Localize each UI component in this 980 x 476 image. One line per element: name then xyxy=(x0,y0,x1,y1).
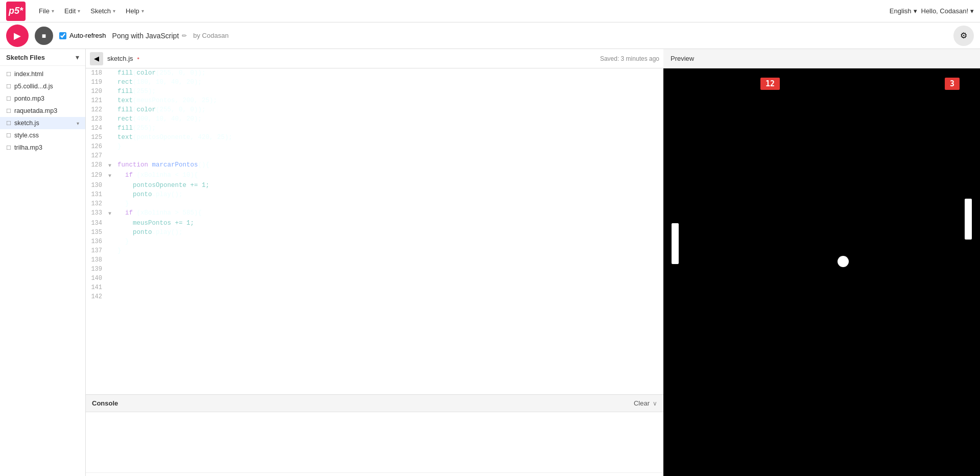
code-line: 139 xyxy=(86,265,663,274)
console-title: Console xyxy=(92,399,118,407)
code-line: 142 xyxy=(86,292,663,301)
nav-file[interactable]: File ▾ xyxy=(34,0,59,22)
top-right: English ▾ Hello, Codasan! ▾ xyxy=(890,7,974,15)
sidebar: Sketch Files ▾ ☐ index.html ☐ p5.collid.… xyxy=(0,49,86,476)
help-arrow-icon: ▾ xyxy=(141,8,144,14)
user-arrow-icon: ▾ xyxy=(970,7,974,15)
preview-header: Preview xyxy=(663,49,980,68)
file-item-style-css[interactable]: ☐ style.css xyxy=(0,129,85,141)
pong-paddle-left xyxy=(672,223,679,264)
code-line: 124 fill(255); xyxy=(86,124,663,133)
settings-button[interactable]: ⚙ xyxy=(953,26,974,46)
code-line: 138 xyxy=(86,255,663,265)
file-item-p5-collidd-js[interactable]: ☐ p5.collid...d.js xyxy=(0,80,85,92)
code-line: 133 ▼ if (xBolinha > 585){ xyxy=(86,208,663,219)
code-line: 121 text(meusPontos, 200, 25); xyxy=(86,96,663,105)
nav-menu: File ▾ Edit ▾ Sketch ▾ Help ▾ xyxy=(34,0,149,22)
pong-score-left: 12 xyxy=(760,78,780,90)
code-line: 119 rect(180, 10, 40, 20); xyxy=(86,78,663,87)
code-line: 131 ponto.play(); xyxy=(86,190,663,199)
file-item-index-html[interactable]: ☐ index.html xyxy=(0,68,85,80)
language-button[interactable]: English ▾ xyxy=(890,7,917,15)
preview-canvas: 12 3 xyxy=(663,68,980,476)
code-line: 132 } xyxy=(86,199,663,208)
back-button[interactable]: ◀ xyxy=(90,52,103,65)
console-body xyxy=(86,412,663,472)
user-button[interactable]: Hello, Codasan! ▾ xyxy=(921,7,974,15)
file-item-sketch-js[interactable]: ☐ sketch.js ▾ xyxy=(0,117,85,129)
file-item-trilha-mp3[interactable]: ☐ trilha.mp3 xyxy=(0,141,85,154)
pong-score-right: 3 xyxy=(945,78,960,90)
file-item-ponto-mp3[interactable]: ☐ ponto.mp3 xyxy=(0,92,85,105)
file-icon: ☐ xyxy=(6,108,11,114)
file-item-raquetada-mp3[interactable]: ☐ raquetada.mp3 xyxy=(0,105,85,117)
code-line: 128 ▼ function marcarPontos(){ xyxy=(86,160,663,171)
main-layout: Sketch Files ▾ ☐ index.html ☐ p5.collid.… xyxy=(0,49,980,476)
file-options-icon[interactable]: ▾ xyxy=(77,121,79,126)
sidebar-toggle-button[interactable]: ▾ xyxy=(76,53,79,61)
file-icon: ☐ xyxy=(6,83,11,90)
saved-status: Saved: 3 minutes ago xyxy=(600,55,659,62)
preview-area: Preview 12 3 xyxy=(663,49,980,476)
edit-title-icon[interactable]: ✏ xyxy=(182,32,187,39)
code-editor[interactable]: 118 fill(color(255, 0, 0)); 119 rect(180… xyxy=(86,68,663,394)
console-area: Console Clear ∨ › xyxy=(86,394,663,476)
code-line: 140 xyxy=(86,274,663,283)
sketch-arrow-icon: ▾ xyxy=(113,8,115,14)
auto-refresh-checkbox[interactable] xyxy=(59,32,66,39)
code-line: 118 fill(color(255, 0, 0)); xyxy=(86,68,663,78)
console-actions: Clear ∨ xyxy=(634,399,657,407)
nav-sketch[interactable]: Sketch ▾ xyxy=(85,0,121,22)
nav-help[interactable]: Help ▾ xyxy=(121,0,149,22)
author-label: by Codasan xyxy=(193,32,228,39)
file-icon: ☐ xyxy=(6,71,11,78)
file-arrow-icon: ▾ xyxy=(52,8,54,14)
code-line: 126 } xyxy=(86,142,663,151)
file-icon: ☐ xyxy=(6,96,11,102)
stop-button[interactable]: ■ xyxy=(35,27,53,45)
language-arrow-icon: ▾ xyxy=(914,7,917,15)
file-icon: ☐ xyxy=(6,132,11,139)
p5-logo[interactable]: p5* xyxy=(6,2,26,21)
editor-area: ◀ sketch.js • Saved: 3 minutes ago 118 f… xyxy=(86,49,663,476)
pong-paddle-right xyxy=(965,199,972,240)
code-line: 130 pontosOponente += 1; xyxy=(86,181,663,190)
tab-filename: sketch.js xyxy=(107,55,133,62)
code-line: 137 } xyxy=(86,246,663,255)
console-header: Console Clear ∨ xyxy=(86,395,663,412)
file-list: ☐ index.html ☐ p5.collid...d.js ☐ ponto.… xyxy=(0,66,85,156)
edit-arrow-icon: ▾ xyxy=(78,8,80,14)
code-line: 135 ponto.play(); xyxy=(86,228,663,237)
code-line: 129 ▼ if (xBolinha < 10){ xyxy=(86,171,663,181)
code-scroll[interactable]: 118 fill(color(255, 0, 0)); 119 rect(180… xyxy=(86,68,663,394)
topbar: p5* File ▾ Edit ▾ Sketch ▾ Help ▾ Englis… xyxy=(0,0,980,22)
console-footer: › xyxy=(86,472,663,476)
pong-ball xyxy=(838,256,849,267)
sketch-title: Pong with JavaScript ✏ xyxy=(112,32,187,40)
file-icon: ☐ xyxy=(6,120,11,127)
code-line: 141 xyxy=(86,283,663,292)
toolbar: ▶ ■ Auto-refresh Pong with JavaScript ✏ … xyxy=(0,22,980,49)
code-line: 125 text(pontosOponente, 420, 25); xyxy=(86,133,663,142)
clear-button[interactable]: Clear xyxy=(634,399,650,407)
editor-tabs: ◀ sketch.js • Saved: 3 minutes ago xyxy=(86,49,663,68)
code-line: 123 rect(400, 10, 40, 20); xyxy=(86,114,663,124)
code-line: 120 fill(255); xyxy=(86,87,663,96)
file-icon: ☐ xyxy=(6,145,11,151)
play-button[interactable]: ▶ xyxy=(6,25,29,47)
tab-modified-indicator: • xyxy=(137,55,140,62)
console-collapse-icon[interactable]: ∨ xyxy=(653,400,657,407)
code-line: 127 xyxy=(86,151,663,160)
nav-edit[interactable]: Edit ▾ xyxy=(59,0,85,22)
auto-refresh-label[interactable]: Auto-refresh xyxy=(59,32,106,39)
code-line: 134 meusPontos += 1; xyxy=(86,219,663,228)
code-line: 136 } xyxy=(86,237,663,246)
code-line: 122 fill(color(255, 0, 0)); xyxy=(86,105,663,114)
tab-left: ◀ sketch.js • xyxy=(90,52,139,65)
sidebar-header: Sketch Files ▾ xyxy=(0,49,85,66)
